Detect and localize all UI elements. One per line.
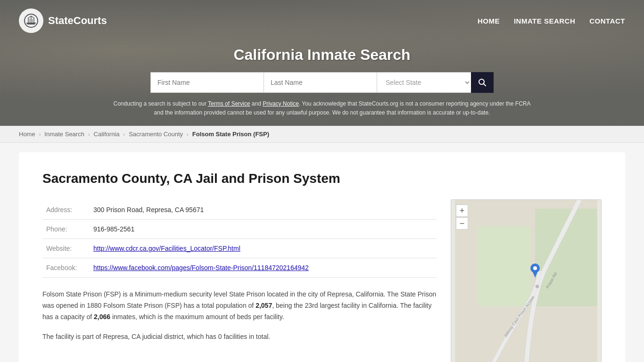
description-1: Folsom State Prison (FSP) is a Minimum-m…	[42, 289, 437, 322]
map-controls: + −	[456, 205, 468, 230]
search-section: California Inmate Search Select State Ca…	[0, 41, 644, 126]
facebook-row: Facebook: https://www.facebook.com/pages…	[42, 258, 437, 278]
map-zoom-in[interactable]: +	[456, 205, 468, 217]
first-name-input[interactable]	[150, 72, 264, 93]
search-button[interactable]	[471, 72, 494, 93]
svg-line-4	[28, 16, 31, 18]
svg-rect-14	[477, 227, 530, 307]
logo-icon	[19, 8, 43, 33]
breadcrumb-sacramento[interactable]: Sacramento County	[129, 131, 183, 138]
disclaimer-text-before: Conducting a search is subject to our	[114, 100, 208, 107]
breadcrumb-california[interactable]: California	[94, 131, 120, 138]
disclaimer: Conducting a search is subject to our Te…	[110, 99, 534, 126]
population-value: 2,057	[256, 302, 272, 309]
capacity-value: 2,066	[94, 313, 110, 321]
state-select[interactable]: Select State California Texas New York	[377, 72, 471, 93]
header: StateCourts HOME INMATE SEARCH CONTACT C…	[0, 0, 644, 126]
svg-marker-20	[532, 271, 538, 278]
main-wrapper: Sacramento County, CA Jail and Prison Sy…	[0, 143, 644, 362]
desc-text-3: inmates, which is the maximum amount of …	[110, 313, 284, 321]
search-title: California Inmate Search	[19, 46, 625, 64]
facebook-label: Facebook:	[42, 258, 90, 278]
breadcrumb-sep-4: ›	[187, 132, 189, 137]
breadcrumb-sep-2: ›	[88, 132, 90, 137]
svg-rect-2	[26, 23, 36, 24]
page-title: Sacramento County, CA Jail and Prison Sy…	[42, 171, 437, 186]
map-area: Prison Rd Johnny Cash Prison Access + −	[451, 199, 602, 362]
facility-info-table: Address: 300 Prison Road, Represa, CA 95…	[42, 200, 437, 278]
nav-contact[interactable]: CONTACT	[589, 17, 625, 25]
website-link[interactable]: http://www.cdcr.ca.gov/Facilities_Locato…	[93, 245, 240, 252]
svg-point-18	[536, 285, 539, 288]
description-2: The facility is part of Represa, CA judi…	[42, 331, 437, 343]
phone-value: 916-985-2561	[90, 220, 437, 239]
breadcrumb-current: Folsom State Prison (FSP)	[192, 131, 269, 138]
phone-label: Phone:	[42, 220, 90, 239]
svg-line-11	[484, 84, 486, 86]
disclaimer-and: and	[250, 100, 263, 107]
header-top: StateCourts HOME INMATE SEARCH CONTACT	[0, 0, 644, 41]
breadcrumb-sep-1: ›	[39, 132, 41, 137]
content-left: Sacramento County, CA Jail and Prison Sy…	[42, 171, 437, 362]
facebook-link[interactable]: https://www.facebook.com/pages/Folsom-St…	[93, 264, 309, 272]
search-bar: Select State California Texas New York	[19, 72, 625, 93]
website-label: Website:	[42, 239, 90, 258]
breadcrumb-home[interactable]: Home	[19, 131, 35, 138]
privacy-link[interactable]: Privacy Notice	[263, 100, 299, 107]
map-pin	[530, 263, 540, 281]
address-label: Address:	[42, 200, 90, 220]
site-name: StateCourts	[48, 15, 107, 27]
svg-point-21	[533, 266, 537, 270]
content-card: Sacramento County, CA Jail and Prison Sy…	[19, 152, 625, 362]
logo[interactable]: StateCourts	[19, 8, 107, 33]
address-value: 300 Prison Road, Represa, CA 95671	[90, 200, 437, 220]
phone-row: Phone: 916-985-2561	[42, 220, 437, 239]
map-svg: Prison Rd Johnny Cash Prison Access	[451, 200, 601, 362]
nav-home[interactable]: HOME	[478, 17, 500, 25]
nav-inmate-search[interactable]: INMATE SEARCH	[514, 17, 575, 25]
website-value: http://www.cdcr.ca.gov/Facilities_Locato…	[90, 239, 437, 258]
last-name-input[interactable]	[264, 72, 377, 93]
breadcrumb-inmate-search[interactable]: Inmate Search	[44, 131, 84, 138]
website-row: Website: http://www.cdcr.ca.gov/Faciliti…	[42, 239, 437, 258]
breadcrumb: Home › Inmate Search › California › Sacr…	[0, 126, 644, 143]
terms-link[interactable]: Terms of Service	[208, 100, 250, 107]
breadcrumb-sep-3: ›	[124, 132, 125, 137]
svg-line-5	[31, 16, 34, 18]
main-nav: HOME INMATE SEARCH CONTACT	[478, 17, 625, 25]
facebook-value: https://www.facebook.com/pages/Folsom-St…	[90, 258, 437, 278]
map-zoom-out[interactable]: −	[456, 217, 468, 230]
address-row: Address: 300 Prison Road, Represa, CA 95…	[42, 200, 437, 220]
svg-rect-1	[27, 24, 35, 25]
